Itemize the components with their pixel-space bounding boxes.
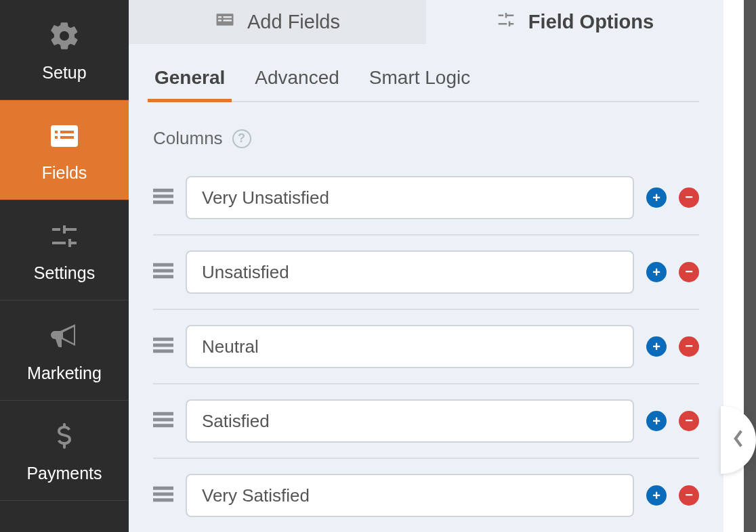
dollar-icon bbox=[45, 418, 83, 456]
column-row: + − bbox=[153, 310, 699, 384]
column-row: + − bbox=[153, 459, 699, 532]
sidebar-item-setup[interactable]: Setup bbox=[0, 0, 129, 100]
form-icon bbox=[45, 117, 83, 155]
plus-icon: + bbox=[652, 265, 660, 279]
drag-handle-icon[interactable] bbox=[153, 188, 173, 207]
sidebar-item-label: Settings bbox=[34, 263, 95, 283]
sidebar-item-label: Fields bbox=[42, 163, 87, 183]
add-column-button[interactable]: + bbox=[646, 262, 667, 282]
plus-icon: + bbox=[652, 414, 660, 428]
remove-column-button[interactable]: − bbox=[679, 485, 699, 506]
sidebar-item-marketing[interactable]: Marketing bbox=[0, 301, 129, 401]
main-panel: Add Fields Field Options General Advance… bbox=[129, 0, 723, 532]
minus-icon: − bbox=[685, 414, 693, 427]
plus-icon: + bbox=[652, 340, 660, 353]
svg-rect-14 bbox=[153, 498, 173, 502]
tab-label: Field Options bbox=[528, 11, 654, 33]
minus-icon: − bbox=[685, 265, 693, 278]
minus-icon: − bbox=[685, 190, 693, 204]
sidebar-item-label: Payments bbox=[26, 464, 102, 483]
main-sidebar: Setup Fields Settings Marketing Payments bbox=[0, 0, 129, 532]
plus-icon: + bbox=[652, 489, 660, 502]
add-column-button[interactable]: + bbox=[646, 336, 667, 357]
svg-rect-1 bbox=[153, 195, 173, 198]
svg-rect-2 bbox=[153, 200, 173, 204]
bullhorn-icon bbox=[45, 317, 83, 355]
sliders-icon bbox=[496, 9, 516, 35]
svg-rect-0 bbox=[153, 189, 173, 192]
remove-column-button[interactable]: − bbox=[679, 336, 699, 357]
subtab-advanced[interactable]: Advanced bbox=[253, 58, 341, 101]
svg-rect-6 bbox=[153, 338, 173, 341]
svg-rect-3 bbox=[153, 263, 173, 267]
columns-rows: + − + − + − + − + − bbox=[153, 161, 699, 532]
top-tabs: Add Fields Field Options bbox=[129, 0, 723, 44]
sliders-icon bbox=[45, 217, 83, 255]
plus-icon: + bbox=[652, 191, 660, 204]
column-input[interactable] bbox=[186, 474, 634, 517]
svg-rect-11 bbox=[153, 424, 173, 427]
tab-add-fields[interactable]: Add Fields bbox=[129, 0, 426, 44]
svg-rect-8 bbox=[153, 349, 173, 353]
svg-rect-10 bbox=[153, 418, 173, 422]
svg-rect-7 bbox=[153, 344, 173, 347]
column-row: + − bbox=[153, 161, 699, 236]
svg-rect-13 bbox=[153, 493, 173, 496]
section-label-text: Columns bbox=[153, 128, 223, 149]
drag-handle-icon[interactable] bbox=[153, 337, 173, 356]
add-column-button[interactable]: + bbox=[646, 187, 667, 208]
sub-tabs: General Advanced Smart Logic bbox=[153, 58, 699, 102]
svg-rect-4 bbox=[153, 269, 173, 273]
columns-section-label: Columns ? bbox=[153, 128, 723, 149]
remove-column-button[interactable]: − bbox=[679, 187, 699, 208]
add-column-button[interactable]: + bbox=[646, 485, 667, 506]
sidebar-item-payments[interactable]: Payments bbox=[0, 401, 129, 501]
drag-handle-icon[interactable] bbox=[153, 486, 173, 505]
column-row: + − bbox=[153, 236, 699, 310]
add-column-button[interactable]: + bbox=[646, 411, 667, 431]
subtab-smart-logic[interactable]: Smart Logic bbox=[368, 58, 471, 101]
sidebar-item-fields[interactable]: Fields bbox=[0, 100, 129, 200]
drag-handle-icon[interactable] bbox=[153, 263, 173, 282]
chevron-left-icon bbox=[732, 429, 744, 451]
minus-icon: − bbox=[685, 488, 693, 502]
minus-icon: − bbox=[685, 339, 693, 353]
subtab-general[interactable]: General bbox=[153, 58, 226, 101]
column-input[interactable] bbox=[186, 176, 634, 219]
help-icon[interactable]: ? bbox=[232, 129, 251, 148]
add-fields-icon bbox=[215, 9, 235, 35]
svg-rect-5 bbox=[153, 275, 173, 278]
panel-edge bbox=[723, 0, 756, 532]
sidebar-item-label: Setup bbox=[42, 63, 86, 83]
sidebar-item-label: Marketing bbox=[27, 363, 102, 383]
svg-rect-12 bbox=[153, 487, 173, 490]
drag-handle-icon[interactable] bbox=[153, 412, 173, 430]
tab-field-options[interactable]: Field Options bbox=[426, 0, 723, 44]
svg-rect-9 bbox=[153, 412, 173, 416]
column-input[interactable] bbox=[186, 250, 634, 294]
column-input[interactable] bbox=[186, 399, 634, 443]
gear-icon bbox=[45, 17, 83, 55]
column-row: + − bbox=[153, 384, 699, 459]
remove-column-button[interactable]: − bbox=[679, 262, 699, 282]
tab-label: Add Fields bbox=[247, 11, 340, 33]
remove-column-button[interactable]: − bbox=[679, 411, 699, 431]
sidebar-item-settings[interactable]: Settings bbox=[0, 200, 129, 301]
column-input[interactable] bbox=[186, 325, 634, 368]
